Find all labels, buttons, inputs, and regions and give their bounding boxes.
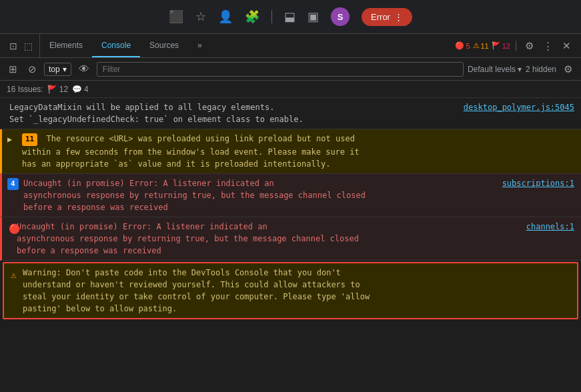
user-icon[interactable]: 👤: [218, 9, 233, 24]
warning-highlight-icon: ⚠: [11, 268, 16, 282]
comment-icon: 💬: [72, 85, 82, 94]
message-text-warning-highlight: Warning: Don't paste code into the DevTo…: [23, 268, 370, 313]
tab-list: Elements Console Sources »: [40, 34, 211, 57]
warning-count-badge: 11: [22, 133, 37, 146]
close-button[interactable]: ✕: [559, 38, 574, 54]
issues-bar: 16 Issues: 🚩 12 💬 4: [0, 81, 581, 98]
console-message-info: desktop_polymer.js:5045 LegacyDataMixin …: [0, 98, 581, 129]
tab-elements[interactable]: Elements: [40, 34, 92, 57]
message-text-error-single: Uncaught (in promise) Error: A listener …: [17, 222, 359, 255]
screen-cast-icon[interactable]: ⬛: [169, 9, 183, 24]
warn-badge-count: 11: [481, 42, 489, 50]
console-message-warning-grouped: ▶ 11 The resource <URL> was preloaded us…: [0, 129, 581, 174]
console-settings-button[interactable]: ⚙: [560, 61, 576, 77]
issues-label: 16 Issues:: [7, 85, 43, 94]
default-levels-button[interactable]: Default levels ▾: [468, 65, 522, 74]
issues-comment-badge: 💬 4: [72, 85, 89, 94]
error-button[interactable]: Error ⋮: [362, 8, 412, 26]
console-message-error-single: 🔴 channels:1 Uncaught (in promise) Error…: [0, 217, 581, 261]
message-text-warning: The resource <URL> was preloaded using l…: [22, 134, 360, 169]
tab-bar-left-controls: ⊡ ⬚: [3, 34, 40, 57]
chevron-down-icon: ▾: [63, 65, 67, 74]
flag-icon: 🚩: [47, 85, 57, 94]
clear-console-button[interactable]: ⊘: [25, 61, 40, 77]
comment-count: 4: [84, 85, 89, 94]
info-badge[interactable]: 🚩 12: [492, 41, 510, 50]
info-badge-count: 12: [502, 42, 510, 50]
error-icon: 🔴: [9, 222, 20, 236]
separator: [516, 41, 516, 51]
console-toolbar: ⊞ ⊘ top ▾ 👁 Default levels ▾ 2 hidden ⚙: [0, 58, 581, 81]
flag-count: 12: [59, 85, 68, 94]
console-message-error-grouped: 4 subscriptions:1 Uncaught (in promise) …: [0, 174, 581, 217]
message-text-error-grouped: Uncaught (in promise) Error: A listener …: [23, 179, 366, 212]
tab-bar-right: 🔴 5 ⚠ 11 🚩 12 ⚙ ⋮ ✕: [451, 34, 578, 57]
inspect-icon[interactable]: ⊡: [7, 38, 20, 54]
puzzle-icon[interactable]: 🧩: [245, 9, 259, 24]
eye-toggle-button[interactable]: 👁: [75, 61, 93, 77]
browser-bar: ⬛ ☆ 👤 🧩 ⬓ ▣ S Error ⋮: [0, 0, 581, 33]
tab-more[interactable]: »: [188, 34, 211, 57]
error-count-badge: 4: [7, 178, 19, 191]
context-label: top: [49, 65, 60, 74]
info-badge-icon: 🚩: [492, 41, 501, 50]
warn-badge-icon: ⚠: [473, 41, 480, 50]
tab-console[interactable]: Console: [92, 34, 140, 57]
star-icon[interactable]: ☆: [195, 9, 206, 24]
error-button-label: Error: [371, 12, 390, 22]
message-link-subscriptions[interactable]: subscriptions:1: [502, 177, 574, 189]
error-badge-icon: 🔴: [455, 41, 464, 50]
message-text-info: LegacyDataMixin will be applied to all l…: [9, 103, 304, 124]
filter-input[interactable]: [97, 62, 464, 77]
chevron-down-icon: ▾: [518, 65, 522, 74]
error-badge[interactable]: 🔴 5: [455, 41, 470, 50]
issues-flag-badge: 🚩 12: [47, 85, 68, 94]
devtools-panel: ⊡ ⬚ Elements Console Sources » 🔴 5 ⚠: [0, 33, 581, 392]
layout-icon[interactable]: ▣: [308, 9, 319, 24]
message-link-channels[interactable]: channels:1: [526, 221, 574, 233]
warn-badge[interactable]: ⚠ 11: [473, 41, 489, 50]
sidebar-toggle-button[interactable]: ⊞: [5, 61, 21, 77]
more-options-button[interactable]: ⋮: [540, 38, 556, 54]
media-icon[interactable]: ⬓: [284, 9, 296, 24]
device-icon[interactable]: ⬚: [21, 38, 35, 54]
devtools-tab-bar: ⊡ ⬚ Elements Console Sources » 🔴 5 ⚠: [0, 34, 581, 58]
warning-expand-icon[interactable]: ▶: [7, 133, 12, 145]
hidden-count-button[interactable]: 2 hidden: [526, 65, 556, 74]
error-menu-icon: ⋮: [394, 12, 403, 22]
message-link-polymer[interactable]: desktop_polymer.js:5045: [464, 101, 574, 113]
settings-button[interactable]: ⚙: [522, 38, 537, 54]
avatar[interactable]: S: [331, 7, 350, 26]
console-message-warning-highlight: ⚠ Warning: Don't paste code into the Dev…: [3, 262, 578, 319]
error-badge-count: 5: [466, 42, 470, 50]
context-selector[interactable]: top ▾: [44, 63, 71, 76]
separator: [271, 10, 272, 23]
tab-sources[interactable]: Sources: [140, 34, 188, 57]
console-messages-area: desktop_polymer.js:5045 LegacyDataMixin …: [0, 98, 581, 392]
